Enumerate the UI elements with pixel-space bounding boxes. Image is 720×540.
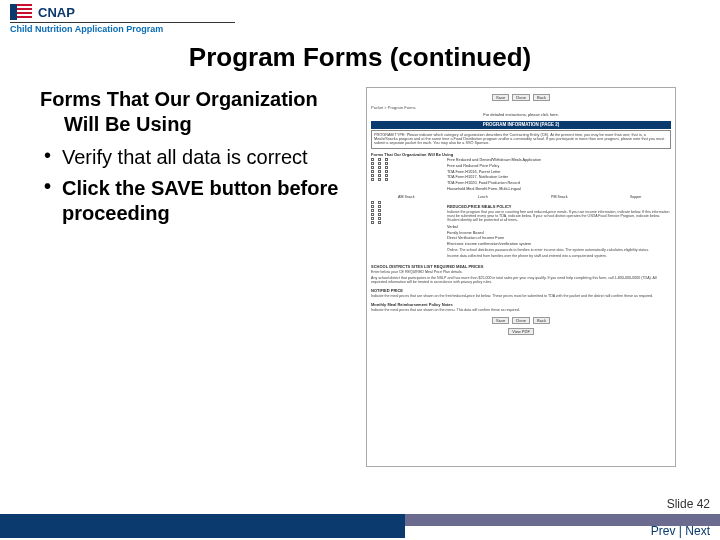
checkbox-icon: [371, 162, 374, 165]
mock-col-head: PM Snack: [524, 195, 595, 199]
page-title: Program Forms (continued): [0, 42, 720, 73]
mock-form-label: Household Meal Benefit Form, Multi-Lingu…: [447, 187, 521, 192]
checkbox-icon: [378, 213, 381, 216]
brand-subtitle: Child Nutrition Application Program: [0, 23, 720, 34]
mock-intro-text: PROGRAM TYPE: Please indicate which cate…: [374, 133, 668, 146]
flag-logo-icon: [10, 4, 32, 20]
mock-intro-box: PROGRAM TYPE: Please indicate which cate…: [371, 130, 671, 149]
mock-item-label: Electronic income confirmation/verificat…: [447, 242, 531, 247]
mock-section-d-text: Indicate the meal prices that are shown …: [371, 295, 671, 299]
mock-item-label: Income data collected from families over…: [447, 255, 671, 259]
checkbox-icon: [378, 158, 381, 161]
brand-name: CNAP: [38, 5, 75, 20]
mock-breadcrumb: Packet > Program Forms: [371, 105, 671, 110]
mock-col-head: AM Snack: [371, 195, 442, 199]
checkbox-icon: [378, 166, 381, 169]
mock-save-button: Save: [492, 94, 509, 101]
checkbox-icon: [385, 162, 388, 165]
mock-save-button: Save: [492, 317, 509, 324]
mock-done-button: Done: [512, 317, 530, 324]
mock-col-head: Lunch: [448, 195, 519, 199]
mock-item-label: Family Income Based: [447, 231, 484, 236]
checkbox-icon: [371, 166, 374, 169]
mock-form-label: Free Reduced and Denied/Withdrawn Meals …: [447, 158, 541, 163]
checkbox-icon: [385, 174, 388, 177]
checkbox-icon: [378, 217, 381, 220]
content-area: Forms That Our Organization Will Be Usin…: [0, 87, 720, 467]
footer-bar-navy: [0, 514, 405, 538]
mock-banner: PROGRAM INFORMATION (PAGE 2): [371, 121, 671, 129]
checkbox-icon: [371, 217, 374, 220]
mock-section-a-grid: Free Reduced and Denied/Withdrawn Meals …: [371, 158, 671, 192]
checkbox-icon: [371, 178, 374, 181]
next-link[interactable]: Next: [685, 524, 710, 538]
checkbox-icon: [378, 174, 381, 177]
prev-link[interactable]: Prev: [651, 524, 676, 538]
form-screenshot: Save Done Back Packet > Program Forms Fo…: [366, 87, 676, 467]
mock-center-note: For detailed instructions, please click …: [371, 112, 671, 117]
bullet-item: Verify that all data is correct: [40, 145, 340, 170]
right-column: Save Done Back Packet > Program Forms Fo…: [350, 87, 692, 467]
mock-item-label: Online. The school distributes passwords…: [447, 249, 671, 253]
checkbox-icon: [385, 166, 388, 169]
checkbox-icon: [378, 205, 381, 208]
bullet-item: Click the SAVE button before proceeding: [40, 176, 340, 226]
mock-item-label: Verbal: [447, 225, 458, 230]
bullet-list: Verify that all data is correct Click th…: [40, 145, 340, 226]
mock-top-buttons: Save Done Back: [371, 94, 671, 101]
mock-back-button: Back: [533, 94, 550, 101]
mock-col-head: Supper: [601, 195, 672, 199]
checkbox-icon: [371, 170, 374, 173]
nav-separator: |: [676, 524, 686, 538]
checkbox-icon: [378, 178, 381, 181]
mock-item-label: Direct Verification of Income Form: [447, 236, 504, 241]
mock-form-label: TDA Form H1020, Food Production Record: [447, 181, 520, 186]
footer-bars: Prev | Next: [0, 514, 720, 540]
mock-section-c-title: SCHOOL DISTRICTS SITES LIST REQUIRED MEA…: [371, 264, 671, 269]
checkbox-icon: [385, 158, 388, 161]
mock-section-c-sub: Enter below your CE REQUIRED Meal Price …: [371, 271, 671, 275]
checkbox-icon: [371, 158, 374, 161]
checkbox-icon: [371, 205, 374, 208]
checkbox-icon: [371, 174, 374, 177]
mock-viewpdf-button: View PDF: [508, 328, 534, 335]
checkbox-icon: [371, 201, 374, 204]
mock-section-c-text: Any school district that participates in…: [371, 277, 671, 285]
mock-section-e-title: Monthly Meal Reimbursement Policy Notes: [371, 302, 671, 307]
mock-bottom-buttons: Save Done Back: [371, 317, 671, 324]
mock-section-b-intro: Indicate the program that you use in cou…: [447, 211, 671, 223]
checkbox-icon: [378, 170, 381, 173]
slide-number: Slide 42: [667, 497, 710, 511]
mock-back-button: Back: [533, 317, 550, 324]
mock-section-a-title: Forms That Our Organization Will Be Usin…: [371, 152, 671, 157]
mock-viewpdf-row: View PDF: [371, 328, 671, 335]
mock-form-label: Free and Reduced Price Policy: [447, 164, 499, 169]
mock-done-button: Done: [512, 94, 530, 101]
mock-section-e-text: Indicate the meal prices that are shown …: [371, 309, 671, 313]
nav-links: Prev | Next: [651, 524, 710, 538]
checkbox-icon: [371, 221, 374, 224]
left-column: Forms That Our Organization Will Be Usin…: [40, 87, 340, 467]
checkbox-icon: [378, 209, 381, 212]
checkbox-icon: [371, 213, 374, 216]
sub-heading: Forms That Our Organization Will Be Usin…: [64, 87, 340, 137]
mock-section-d-title: NOTIFIED PRICE: [371, 288, 671, 293]
mock-section-b-title: REDUCED-PRICE MEALS POLICY: [447, 204, 671, 209]
checkbox-icon: [385, 170, 388, 173]
mock-section-b: REDUCED-PRICE MEALS POLICY Indicate the …: [371, 201, 671, 262]
mock-form-label: TDA Form H1016, Parent Letter: [447, 170, 501, 175]
checkbox-icon: [371, 209, 374, 212]
brand-header: CNAP: [0, 0, 720, 22]
checkbox-icon: [385, 178, 388, 181]
checkbox-icon: [378, 201, 381, 204]
mock-checkbox-row: [371, 178, 441, 182]
checkbox-icon: [378, 221, 381, 224]
mock-form-label: TDA Form H1017, Notification Letter: [447, 175, 508, 180]
mock-checkbox-row: [371, 221, 441, 225]
checkbox-icon: [378, 162, 381, 165]
